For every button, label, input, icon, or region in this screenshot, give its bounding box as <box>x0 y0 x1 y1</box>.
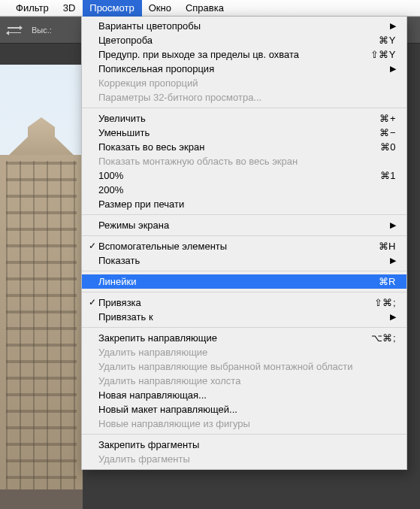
menu-Просмотр[interactable]: Просмотр <box>83 0 141 17</box>
menu-shortcut: ⌘Y <box>370 33 396 47</box>
menu-separator <box>82 235 406 236</box>
menu-item-label: Удалить направляющие <box>98 345 396 359</box>
menu-shortcut: ⇧⌘; <box>365 295 396 310</box>
menu-item-label: Привязка <box>98 295 365 310</box>
menu-separator <box>82 108 406 108</box>
menu-item[interactable]: 100%⌘1 <box>82 168 406 183</box>
menu-item[interactable]: ✓Вспомогательные элементы⌘H <box>82 239 406 253</box>
menu-separator <box>82 292 406 292</box>
menu-shortcut: ⌘H <box>370 239 396 253</box>
menu-item[interactable]: Привязать к▶ <box>82 310 406 324</box>
menu-shortcut: ⌘+ <box>370 111 396 126</box>
menu-item: Новые направляющие из фигуры <box>82 417 406 431</box>
menu-item: Удалить направляющие выбранной монтажной… <box>82 359 406 374</box>
menu-item[interactable]: Попиксельная пропорция▶ <box>82 62 406 76</box>
menu-3D[interactable]: 3D <box>56 0 83 17</box>
menu-item[interactable]: Цветопроба⌘Y <box>82 33 406 47</box>
menu-item[interactable]: Показать▶ <box>82 253 406 268</box>
menu-Окно[interactable]: Окно <box>142 0 179 17</box>
menu-item[interactable]: Линейки⌘R <box>82 274 406 289</box>
menu-item: Показать монтажную область во весь экран <box>82 154 406 168</box>
checkmark-icon: ✓ <box>86 239 98 253</box>
menu-item-label: Привязать к <box>98 310 381 324</box>
menu-item-label: Режимы экрана <box>98 218 381 232</box>
menubar: Фильтр3DПросмотрОкноСправка <box>0 0 420 17</box>
menu-shortcut: ⇧⌘Y <box>361 47 396 62</box>
submenu-arrow-icon: ▶ <box>381 19 396 33</box>
menu-item-label: Новый макет направляющей... <box>98 402 396 417</box>
menu-shortcut: ⌘1 <box>371 168 396 183</box>
menu-item-label: Уменьшить <box>98 126 370 140</box>
menu-item-label: Линейки <box>98 274 370 289</box>
menu-Справка[interactable]: Справка <box>179 0 231 17</box>
menu-item[interactable]: ✓Привязка⇧⌘; <box>82 295 406 310</box>
menu-item[interactable]: Показать во весь экран⌘0 <box>82 140 406 154</box>
menu-separator <box>82 327 406 328</box>
menu-item-label: 100% <box>98 168 371 183</box>
menu-item-label: Закрепить фрагменты <box>98 438 396 452</box>
menu-shortcut: ⌥⌘; <box>362 331 396 345</box>
submenu-arrow-icon: ▶ <box>381 62 396 76</box>
menu-shortcut: ⌘− <box>370 126 396 140</box>
menu-item[interactable]: Размер при печати <box>82 197 406 211</box>
swap-icon[interactable] <box>6 23 23 37</box>
menu-separator <box>82 271 406 271</box>
menu-item[interactable]: Уменьшить⌘− <box>82 126 406 140</box>
menu-item-label: Цветопроба <box>98 33 370 47</box>
menu-item-label: Предупр. при выходе за пределы цв. охват… <box>98 47 361 62</box>
height-label: Выс.: <box>32 26 52 35</box>
menu-item[interactable]: Закрепить направляющие⌥⌘; <box>82 331 406 345</box>
menu-item[interactable]: Увеличить⌘+ <box>82 111 406 126</box>
menu-item-label: Размер при печати <box>98 197 396 211</box>
menu-item: Коррекция пропорций <box>82 76 406 90</box>
menu-item-label: Новая направляющая... <box>98 388 396 402</box>
canvas-image <box>0 65 83 509</box>
menu-item-label: Параметры 32-битного просмотра... <box>98 90 396 105</box>
menu-item: Удалить направляющие <box>82 345 406 359</box>
menu-item-label: Попиксельная пропорция <box>98 62 381 76</box>
menu-shortcut: ⌘R <box>370 274 396 289</box>
submenu-arrow-icon: ▶ <box>381 218 396 232</box>
menu-shortcut: ⌘0 <box>371 140 396 154</box>
menu-item-label: Вспомогательные элементы <box>98 239 370 253</box>
checkmark-icon: ✓ <box>86 295 98 310</box>
menu-item-label: Закрепить направляющие <box>98 331 362 345</box>
menu-item-label: Увеличить <box>98 111 370 126</box>
menu-item-label: Удалить направляющие холста <box>98 374 396 388</box>
menu-item-label: Варианты цветопробы <box>98 19 381 33</box>
menu-item: Параметры 32-битного просмотра... <box>82 90 406 105</box>
menu-item-label: Удалить фрагменты <box>98 452 396 466</box>
menu-item-label: Удалить направляющие выбранной монтажной… <box>98 359 396 374</box>
submenu-arrow-icon: ▶ <box>381 253 396 268</box>
menu-item-label: 200% <box>98 183 396 197</box>
menu-item: Удалить направляющие холста <box>82 374 406 388</box>
menu-item[interactable]: Варианты цветопробы▶ <box>82 19 406 33</box>
menu-item[interactable]: Новый макет направляющей... <box>82 402 406 417</box>
menu-item-label: Коррекция пропорций <box>98 76 396 90</box>
menu-separator <box>82 434 406 435</box>
menu-item[interactable]: Закрепить фрагменты <box>82 438 406 452</box>
menu-item-label: Показать монтажную область во весь экран <box>98 154 396 168</box>
menu-item-label: Показать во весь экран <box>98 140 371 154</box>
menu-item: Удалить фрагменты <box>82 452 406 466</box>
menu-item-label: Новые направляющие из фигуры <box>98 417 396 431</box>
menu-item[interactable]: 200% <box>82 183 406 197</box>
menu-Фильтр[interactable]: Фильтр <box>9 0 56 17</box>
menu-separator <box>82 214 406 215</box>
menu-item[interactable]: Предупр. при выходе за пределы цв. охват… <box>82 47 406 62</box>
submenu-arrow-icon: ▶ <box>381 310 396 324</box>
menu-item[interactable]: Режимы экрана▶ <box>82 218 406 232</box>
document-canvas <box>0 65 83 509</box>
menu-item[interactable]: Новая направляющая... <box>82 388 406 402</box>
menu-item-label: Показать <box>98 253 381 268</box>
view-menu-dropdown: Варианты цветопробы▶Цветопроба⌘YПредупр.… <box>81 17 407 470</box>
